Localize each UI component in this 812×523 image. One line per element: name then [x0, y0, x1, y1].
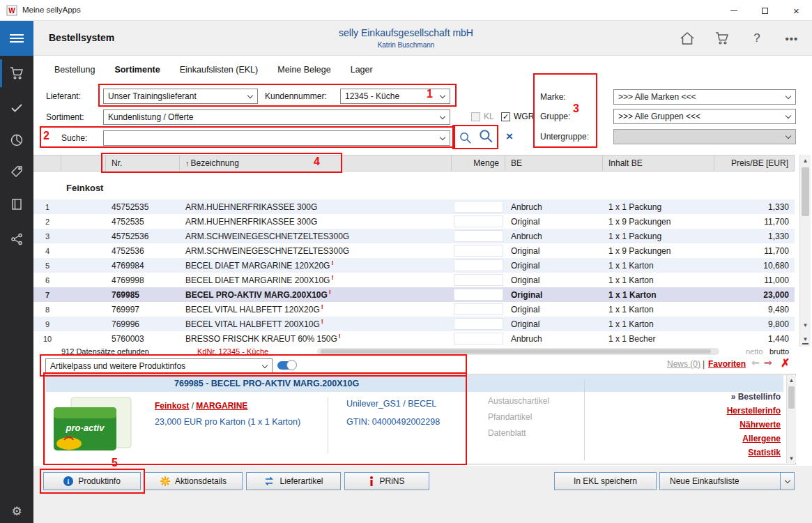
column-header-inhalt[interactable]: Inhalt BE [603, 156, 714, 171]
tab-meine-belege[interactable]: Meine Belege [277, 65, 330, 75]
next-arrow-icon[interactable]: ⇒ [764, 357, 772, 368]
detail-link-statistik[interactable]: Statistik [613, 448, 781, 457]
home-icon [680, 31, 695, 45]
tab-bestellung[interactable]: Bestellung [54, 65, 95, 75]
scrollbar-thumb[interactable] [802, 167, 809, 216]
minimize-button[interactable] [718, 0, 749, 21]
table-row[interactable]: 24752535ARM.HUEHNERFRIKASSEE 300GOrigina… [33, 214, 795, 229]
quantity-cell[interactable] [454, 245, 503, 257]
sidebar-item-tasks[interactable] [0, 93, 33, 123]
search-in-results-button[interactable] [476, 126, 496, 146]
table-scrollbar[interactable]: ▲ ▼ ▼ [799, 155, 811, 347]
gruppe-select[interactable]: >>> Alle Gruppen <<< [613, 109, 796, 124]
table-row[interactable]: 145752535ARM.HUEHNERFRIKASSEE 300GAnbruc… [33, 199, 795, 214]
detail-link-bestellinfo[interactable]: » Bestellinfo [613, 392, 781, 402]
save-to-ekl-button[interactable]: In EKL speichern [554, 472, 657, 490]
table-row[interactable]: 54769984BECEL DIAET MARGARINE 120X20G!Or… [33, 258, 795, 273]
sidebar-item-statistics[interactable] [0, 125, 33, 156]
table-row[interactable]: 64769998BECEL DIAET MARGARINE 200X10G!Or… [33, 273, 795, 287]
table-row[interactable]: 8769997BECEL VITAL HALBFETT 120X20G!Orig… [33, 302, 795, 317]
table-row[interactable]: 105760003BRESSO FRISCHK KRAEUT 60% 150G!… [33, 331, 795, 346]
article-name: ARM.SCHWEINEGESCHNETZELTES300G [180, 243, 452, 258]
tab-sortimente[interactable]: Sortimente [114, 65, 160, 75]
quantity-cell[interactable] [454, 303, 503, 315]
table-row[interactable]: 9769996BECEL VITAL HALBFETT 200X10G!Orig… [33, 317, 795, 331]
column-header-be[interactable]: BE [505, 156, 603, 171]
sortiment-select[interactable]: Kundenlistung / Offerte [103, 109, 450, 125]
home-button[interactable] [673, 24, 702, 52]
unit-content: 1 x 1 Packung [603, 199, 714, 214]
search-button[interactable] [455, 128, 475, 147]
quantity-cell[interactable] [454, 215, 503, 227]
scroll-down-icon[interactable]: ▼ [787, 453, 796, 463]
detail-scrollbar[interactable]: ▲ ▼ [786, 375, 796, 463]
sidebar-item-offers[interactable] [0, 157, 33, 188]
scrollbar-thumb[interactable] [321, 349, 711, 354]
close-panel-icon[interactable]: ✗ [781, 356, 790, 370]
scroll-up-icon[interactable]: ▲ [787, 375, 796, 385]
favoriten-link[interactable]: Favoriten [708, 359, 746, 369]
header-actions: ? ••• [673, 24, 806, 52]
wgr-checkbox[interactable]: ✓ WGR [501, 112, 534, 121]
sidebar-item-share[interactable] [0, 224, 33, 255]
scroll-to-end-icon[interactable]: ▼ [800, 333, 811, 347]
new-shopping-list-button[interactable]: Neue Einkaufsliste [659, 472, 795, 490]
maximize-button[interactable] [749, 0, 781, 21]
marke-select[interactable]: >>> Alle Marken <<< [613, 89, 796, 105]
tab-einkaufslisten-ekl[interactable]: Einkaufslisten (EKL) [180, 65, 259, 75]
aktionsdetails-button[interactable]: Aktionsdetails [144, 472, 243, 490]
scroll-down-icon[interactable]: ▼ [800, 319, 811, 331]
column-header-preis[interactable]: Preis/BE [EUR] [714, 156, 795, 171]
unit-type: Anbruch [505, 331, 603, 346]
table-row[interactable]: 345752536ARM.SCHWEINEGESCHNETZELTES300GA… [33, 229, 795, 243]
scrollbar-thumb[interactable] [788, 386, 795, 409]
quantity-cell[interactable] [454, 259, 503, 271]
brutto-toggle[interactable]: brutto [769, 347, 789, 356]
unit-content: 1 x 1 Karton [603, 302, 714, 317]
search-input[interactable] [103, 130, 450, 146]
category-link[interactable]: Feinkost [155, 401, 189, 411]
more-button[interactable]: ••• [777, 24, 806, 52]
kundennummer-select[interactable]: 12345 - Küche [340, 89, 450, 104]
scroll-up-icon[interactable]: ▲ [800, 155, 811, 166]
netto-toggle[interactable]: netto [746, 347, 763, 356]
column-header-menge[interactable]: Menge [452, 156, 505, 171]
quantity-cell[interactable] [454, 318, 503, 330]
sidebar-item-catalog[interactable] [0, 189, 33, 220]
table-row[interactable]: 7769985BECEL PRO-AKTIV MARG.200X10G!Orig… [33, 287, 795, 302]
column-header-bezeichnung[interactable]: ↑ Bezeichnung [180, 156, 452, 171]
info-toggle[interactable] [277, 361, 296, 370]
detail-link-n-hrwerte[interactable]: Nährwerte [613, 420, 781, 430]
quantity-cell[interactable] [454, 333, 503, 344]
infopanel-select[interactable]: Artikelpass und weitere Produktinfos [45, 358, 273, 374]
prev-arrow-icon[interactable]: ⇐ [751, 357, 760, 368]
lieferartikel-button[interactable]: Lieferartikel [246, 472, 341, 490]
prins-button[interactable]: PRiNS [344, 472, 429, 490]
horizontal-scrollbar[interactable] [317, 348, 719, 355]
chevron-down-icon[interactable] [780, 473, 794, 490]
table-row[interactable]: 44752536ARM.SCHWEINEGESCHNETZELTES300GOr… [33, 243, 795, 258]
kl-checkbox[interactable]: KL [471, 112, 494, 121]
quantity-cell[interactable] [454, 289, 503, 301]
menu-button[interactable] [0, 21, 33, 56]
news-link[interactable]: News (0) [667, 359, 700, 369]
quantity-cell[interactable] [454, 230, 503, 242]
column-header-nr[interactable]: Nr. [106, 156, 180, 171]
unit-content: 1 x 1 Karton [603, 287, 714, 302]
cart-button[interactable] [707, 24, 737, 52]
detail-link-allergene[interactable]: Allergene [613, 434, 781, 444]
sidebar-item-order[interactable] [0, 58, 33, 89]
group-link[interactable]: MARGARINE [196, 401, 247, 411]
settings-button[interactable]: ⚙ [0, 504, 33, 519]
lieferant-select[interactable]: Unser Trainingslieferant [103, 89, 258, 104]
unit-type: Original [505, 258, 603, 273]
close-button[interactable]: × [781, 0, 812, 21]
detail-link-herstellerinfo[interactable]: Herstellerinfo [613, 406, 781, 416]
quantity-cell[interactable] [454, 274, 503, 286]
quantity-cell[interactable] [454, 201, 503, 213]
info-flag-icon: ! [339, 333, 341, 340]
help-button[interactable]: ? [742, 24, 772, 52]
clear-search-button[interactable]: × [506, 130, 513, 144]
produktinfo-button[interactable]: iProduktinfo [43, 472, 141, 490]
tab-lager[interactable]: Lager [351, 65, 373, 75]
